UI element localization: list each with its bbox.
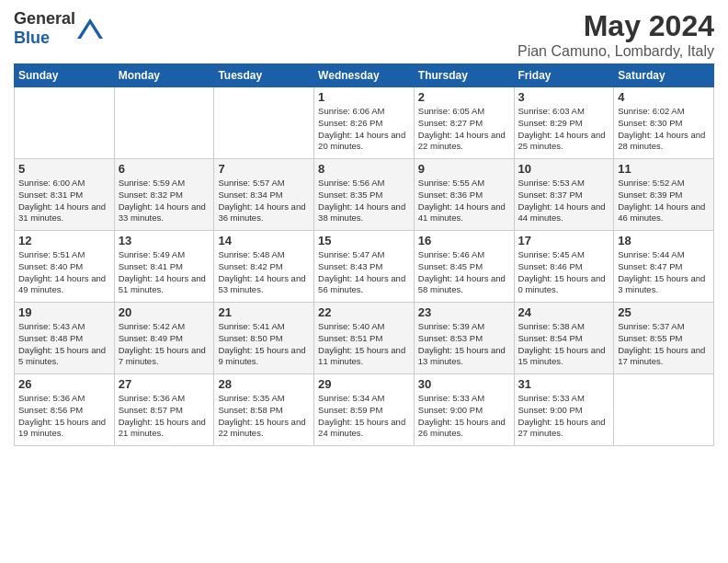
day-info: Sunrise: 5:53 AM Sunset: 8:37 PM Dayligh…	[518, 178, 610, 224]
day-info: Sunrise: 5:42 AM Sunset: 8:49 PM Dayligh…	[119, 321, 210, 368]
day-info: Sunrise: 5:49 AM Sunset: 8:41 PM Dayligh…	[119, 249, 210, 296]
day-info: Sunrise: 5:55 AM Sunset: 8:36 PM Dayligh…	[418, 178, 510, 224]
day-header-thursday: Thursday	[414, 64, 514, 87]
day-info: Sunrise: 5:33 AM Sunset: 9:00 PM Dayligh…	[418, 393, 510, 440]
subtitle: Pian Camuno, Lombardy, Italy	[518, 43, 714, 60]
day-info: Sunrise: 5:48 AM Sunset: 8:42 PM Dayligh…	[218, 249, 310, 296]
calendar-cell	[614, 374, 714, 446]
day-number: 22	[318, 305, 410, 319]
calendar-cell: 13Sunrise: 5:49 AM Sunset: 8:41 PM Dayli…	[114, 231, 214, 303]
calendar-cell: 16Sunrise: 5:46 AM Sunset: 8:45 PM Dayli…	[414, 231, 514, 303]
days-header-row: SundayMondayTuesdayWednesdayThursdayFrid…	[15, 64, 714, 87]
day-info: Sunrise: 6:05 AM Sunset: 8:27 PM Dayligh…	[418, 106, 510, 153]
day-number: 18	[618, 234, 710, 247]
day-number: 5	[18, 162, 110, 176]
day-info: Sunrise: 5:46 AM Sunset: 8:45 PM Dayligh…	[418, 249, 510, 296]
calendar-cell: 11Sunrise: 5:52 AM Sunset: 8:39 PM Dayli…	[614, 159, 714, 231]
day-number: 30	[418, 377, 510, 391]
day-number: 9	[418, 162, 510, 176]
calendar-cell: 20Sunrise: 5:42 AM Sunset: 8:49 PM Dayli…	[114, 303, 214, 374]
day-header-monday: Monday	[114, 64, 214, 87]
day-number: 1	[318, 90, 410, 104]
calendar-cell: 22Sunrise: 5:40 AM Sunset: 8:51 PM Dayli…	[314, 303, 415, 374]
day-number: 24	[518, 305, 610, 319]
calendar-cell: 10Sunrise: 5:53 AM Sunset: 8:37 PM Dayli…	[514, 159, 614, 231]
day-header-sunday: Sunday	[15, 64, 115, 87]
calendar-cell: 6Sunrise: 5:59 AM Sunset: 8:32 PM Daylig…	[114, 159, 214, 231]
day-info: Sunrise: 5:57 AM Sunset: 8:34 PM Dayligh…	[218, 178, 310, 224]
day-info: Sunrise: 5:38 AM Sunset: 8:54 PM Dayligh…	[518, 321, 610, 368]
calendar-cell: 21Sunrise: 5:41 AM Sunset: 8:50 PM Dayli…	[214, 303, 314, 374]
day-number: 31	[518, 377, 610, 391]
day-number: 16	[418, 234, 510, 247]
calendar-cell: 17Sunrise: 5:45 AM Sunset: 8:46 PM Dayli…	[514, 231, 614, 303]
day-info: Sunrise: 5:41 AM Sunset: 8:50 PM Dayligh…	[218, 321, 310, 368]
main-title: May 2024	[518, 9, 714, 43]
day-number: 6	[119, 162, 210, 176]
day-number: 15	[318, 234, 410, 247]
calendar-cell: 2Sunrise: 6:05 AM Sunset: 8:27 PM Daylig…	[414, 87, 514, 159]
day-info: Sunrise: 6:03 AM Sunset: 8:29 PM Dayligh…	[518, 106, 610, 153]
calendar-cell: 30Sunrise: 5:33 AM Sunset: 9:00 PM Dayli…	[414, 374, 514, 446]
day-info: Sunrise: 5:43 AM Sunset: 8:48 PM Dayligh…	[18, 321, 110, 368]
week-row-2: 5Sunrise: 6:00 AM Sunset: 8:31 PM Daylig…	[15, 159, 714, 231]
day-info: Sunrise: 5:44 AM Sunset: 8:47 PM Dayligh…	[618, 249, 710, 296]
day-info: Sunrise: 5:35 AM Sunset: 8:58 PM Dayligh…	[218, 393, 310, 440]
day-number: 13	[119, 234, 210, 247]
week-row-4: 19Sunrise: 5:43 AM Sunset: 8:48 PM Dayli…	[15, 303, 714, 374]
calendar-cell: 3Sunrise: 6:03 AM Sunset: 8:29 PM Daylig…	[514, 87, 614, 159]
day-info: Sunrise: 5:37 AM Sunset: 8:55 PM Dayligh…	[618, 321, 710, 368]
day-info: Sunrise: 5:33 AM Sunset: 9:00 PM Dayligh…	[518, 393, 610, 440]
day-number: 23	[418, 305, 510, 319]
day-number: 4	[618, 90, 710, 104]
calendar-cell: 26Sunrise: 5:36 AM Sunset: 8:56 PM Dayli…	[15, 374, 115, 446]
calendar-cell: 14Sunrise: 5:48 AM Sunset: 8:42 PM Dayli…	[214, 231, 314, 303]
week-row-5: 26Sunrise: 5:36 AM Sunset: 8:56 PM Dayli…	[15, 374, 714, 446]
day-info: Sunrise: 5:51 AM Sunset: 8:40 PM Dayligh…	[18, 249, 110, 296]
calendar-cell: 27Sunrise: 5:36 AM Sunset: 8:57 PM Dayli…	[114, 374, 214, 446]
calendar-cell: 18Sunrise: 5:44 AM Sunset: 8:47 PM Dayli…	[614, 231, 714, 303]
calendar-cell	[214, 87, 314, 159]
calendar-cell: 28Sunrise: 5:35 AM Sunset: 8:58 PM Dayli…	[214, 374, 314, 446]
title-block: May 2024 Pian Camuno, Lombardy, Italy	[518, 9, 714, 60]
day-number: 26	[18, 377, 110, 391]
day-number: 27	[119, 377, 210, 391]
day-number: 17	[518, 234, 610, 247]
calendar-table: SundayMondayTuesdayWednesdayThursdayFrid…	[14, 63, 714, 446]
calendar-cell: 1Sunrise: 6:06 AM Sunset: 8:26 PM Daylig…	[314, 87, 415, 159]
day-header-tuesday: Tuesday	[214, 64, 314, 87]
day-number: 10	[518, 162, 610, 176]
day-info: Sunrise: 5:36 AM Sunset: 8:56 PM Dayligh…	[18, 393, 110, 440]
day-info: Sunrise: 6:00 AM Sunset: 8:31 PM Dayligh…	[18, 178, 110, 224]
week-row-3: 12Sunrise: 5:51 AM Sunset: 8:40 PM Dayli…	[15, 231, 714, 303]
day-info: Sunrise: 5:56 AM Sunset: 8:35 PM Dayligh…	[318, 178, 410, 224]
calendar-cell: 9Sunrise: 5:55 AM Sunset: 8:36 PM Daylig…	[414, 159, 514, 231]
header: General Blue May 2024 Pian Camuno, Lomba…	[14, 9, 714, 60]
day-info: Sunrise: 5:59 AM Sunset: 8:32 PM Dayligh…	[119, 178, 210, 224]
day-number: 12	[18, 234, 110, 247]
calendar-cell: 24Sunrise: 5:38 AM Sunset: 8:54 PM Dayli…	[514, 303, 614, 374]
logo-general-text: General	[14, 9, 75, 28]
day-info: Sunrise: 5:45 AM Sunset: 8:46 PM Dayligh…	[518, 249, 610, 296]
calendar-cell: 4Sunrise: 6:02 AM Sunset: 8:30 PM Daylig…	[614, 87, 714, 159]
day-number: 11	[618, 162, 710, 176]
day-number: 25	[618, 305, 710, 319]
calendar-cell: 31Sunrise: 5:33 AM Sunset: 9:00 PM Dayli…	[514, 374, 614, 446]
day-info: Sunrise: 5:36 AM Sunset: 8:57 PM Dayligh…	[119, 393, 210, 440]
calendar-cell: 15Sunrise: 5:47 AM Sunset: 8:43 PM Dayli…	[314, 231, 415, 303]
day-number: 20	[119, 305, 210, 319]
day-number: 3	[518, 90, 610, 104]
day-header-friday: Friday	[514, 64, 614, 87]
week-row-1: 1Sunrise: 6:06 AM Sunset: 8:26 PM Daylig…	[15, 87, 714, 159]
calendar-cell: 29Sunrise: 5:34 AM Sunset: 8:59 PM Dayli…	[314, 374, 415, 446]
day-header-saturday: Saturday	[614, 64, 714, 87]
day-info: Sunrise: 5:40 AM Sunset: 8:51 PM Dayligh…	[318, 321, 410, 368]
calendar-cell: 23Sunrise: 5:39 AM Sunset: 8:53 PM Dayli…	[414, 303, 514, 374]
day-number: 28	[218, 377, 310, 391]
day-number: 14	[218, 234, 310, 247]
calendar-cell: 7Sunrise: 5:57 AM Sunset: 8:34 PM Daylig…	[214, 159, 314, 231]
day-number: 2	[418, 90, 510, 104]
calendar-cell: 8Sunrise: 5:56 AM Sunset: 8:35 PM Daylig…	[314, 159, 415, 231]
day-info: Sunrise: 6:02 AM Sunset: 8:30 PM Dayligh…	[618, 106, 710, 153]
day-number: 7	[218, 162, 310, 176]
